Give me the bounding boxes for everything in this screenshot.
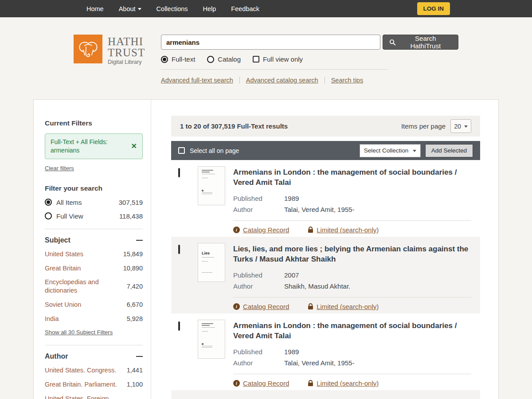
results-summary: 1 to 20 of 307,519 Full-Text results [180,122,288,130]
show-all-subject-filters-link[interactable]: Show all 30 Subject Filters [45,329,113,336]
search-tips-link[interactable]: Search tips [331,77,364,84]
catalog-record-link[interactable]: Catalog Record [233,303,289,310]
top-nav-bar: Home About Collections Help Feedback LOG… [0,0,532,17]
facet-count: 7,420 [127,282,143,291]
limited-search-only-link[interactable]: Limited (search-only) [308,303,379,310]
collapse-minus-icon[interactable] [136,240,143,241]
full-view-only-label: Full view only [263,55,303,63]
full-text-radio-label: Full-text [172,55,195,63]
book-cover-thumbnail[interactable] [198,320,225,359]
subject-facet-link[interactable]: India [45,315,127,323]
subject-facet-link[interactable]: Great Britain [45,264,123,273]
advanced-fulltext-search-link[interactable]: Advanced full-text search [161,77,233,84]
nav-item-home[interactable]: Home [86,5,104,12]
radio-selected-icon [161,56,168,63]
author-facet-link[interactable]: United States. Congress. [45,366,127,375]
author-facet-link[interactable]: United States. Foreign Broadcast Informa… [45,395,127,399]
log-in-button[interactable]: LOG IN [417,2,450,15]
clear-filters-link[interactable]: Clear filters [45,165,74,172]
all-items-label: All Items [56,199,82,206]
facet-count: 10,890 [123,264,143,273]
result-title-link[interactable]: Armenians in London : the management of … [233,321,471,341]
select-all-checkbox[interactable] [178,147,185,154]
divider [45,345,143,345]
catalog-record-link[interactable]: Catalog Record [233,226,289,234]
remove-filter-icon[interactable]: ✕ [131,141,137,151]
checkbox-icon [253,56,259,63]
radio-selected-icon [45,199,52,206]
full-view-count: 118,438 [119,212,143,220]
nav-label: Collections [156,5,188,12]
catalog-record-label: Catalog Record [243,379,289,387]
chevron-down-icon [138,8,141,10]
nav-item-about[interactable]: About [119,5,141,12]
limited-search-only-link[interactable]: Limited (search-only) [308,379,379,387]
brand-text: HATHI TRUST Digital Library [108,35,145,84]
book-cover-thumbnail[interactable]: Lies [198,243,225,282]
subject-facet-link[interactable]: Encyclopedias and dictionaries [45,278,127,295]
full-view-radio[interactable]: Full View 118,438 [45,212,143,220]
elephant-logo-icon [74,35,102,63]
subject-facet-link[interactable]: United States [45,250,123,258]
radio-unselected-icon [45,212,52,219]
catalog-radio[interactable]: Catalog [207,55,241,63]
author-label: Author [233,206,284,213]
subject-facet-heading: Subject [45,236,70,244]
result-checkbox[interactable] [178,168,180,177]
separator [239,77,240,84]
catalog-record-label: Catalog Record [243,303,289,310]
full-view-only-checkbox[interactable]: Full view only [253,55,303,63]
full-text-radio[interactable]: Full-text [161,55,195,63]
author-value: Shaikh, Masud Akhtar. [284,282,350,290]
nav-item-help[interactable]: Help [203,5,216,12]
nav-label: Home [86,5,104,12]
limited-search-only-link[interactable]: Limited (search-only) [308,226,379,234]
select-all-label: Select all on page [190,147,239,154]
facet-count: 1,100 [127,380,143,389]
facet-row: United States15,849 [45,250,143,258]
facet-row: United States. Foreign Broadcast Informa… [45,395,143,399]
facet-row: Encyclopedias and dictionaries7,420 [45,278,143,295]
book-cover-thumbnail[interactable] [198,166,225,205]
lock-icon [308,303,313,310]
lock-icon [308,227,313,233]
active-filter-chip: Full-Text + All Fields: armenians ✕ [45,133,143,159]
facet-row: India5,928 [45,315,143,323]
limited-label: Limited (search-only) [317,303,379,310]
result-title-link[interactable]: Armenians in London : the management of … [233,167,471,188]
catalog-radio-label: Catalog [218,55,241,63]
nav-item-feedback[interactable]: Feedback [231,5,259,12]
results-panel: Current Filters Full-Text + All Fields: … [33,99,499,399]
search-input[interactable] [161,35,380,50]
result-checkbox[interactable] [178,321,180,331]
result-checkbox[interactable] [178,245,180,254]
search-button-label: Search HathiTrust [399,35,452,50]
all-items-radio[interactable]: All Items 307,519 [45,199,143,206]
nav-item-collections[interactable]: Collections [156,5,188,12]
nav-label: Help [203,5,216,12]
search-button[interactable]: Search HathiTrust [383,35,458,50]
author-facet-heading: Author [45,352,68,360]
published-value: 1989 [284,348,299,356]
radio-unselected-icon [207,56,214,63]
divider [45,229,143,229]
author-value: Talai, Vered Amit, 1955- [284,206,354,213]
nav-label: About [119,5,136,12]
facet-count: 15,849 [123,250,143,258]
facet-count: 1,441 [127,366,143,375]
facet-count: 5,928 [127,315,143,323]
collapse-minus-icon[interactable] [136,356,143,357]
hathitrust-logo[interactable]: HATHI TRUST Digital Library [74,35,161,84]
subject-facet-link[interactable]: Soviet Union [45,301,127,309]
items-per-page-label: Items per page [401,122,446,130]
result-title-link[interactable]: Lies, lies, and more lies ; belying the … [233,244,471,264]
author-label: Author [233,359,284,367]
catalog-record-link[interactable]: Catalog Record [233,379,289,387]
add-selected-button[interactable]: Add Selected [425,144,473,157]
author-facet-link[interactable]: Great Britain. Parliament. [45,380,127,389]
items-per-page-select[interactable]: 20 [450,119,471,133]
divider [161,69,388,70]
select-collection-dropdown[interactable]: Select Collection [360,144,421,157]
advanced-catalog-search-link[interactable]: Advanced catalog search [246,77,318,84]
facet-row: United States. Congress.1,441 [45,366,143,375]
